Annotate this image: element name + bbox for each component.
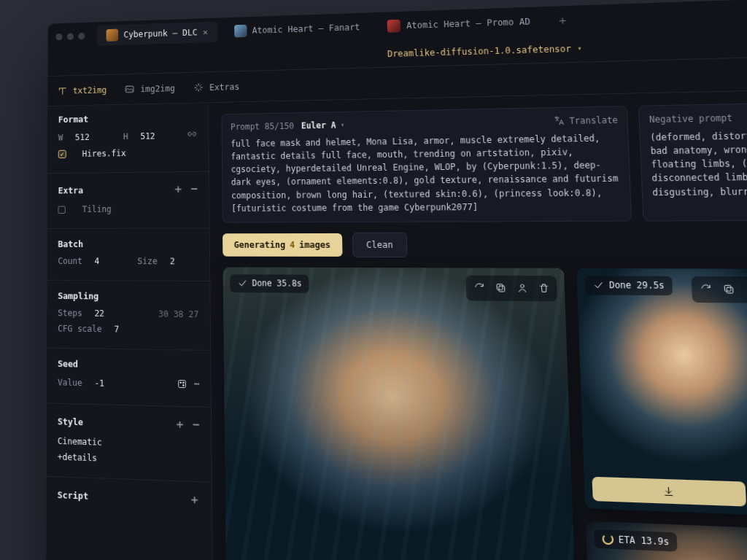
tiling-label: Tiling (82, 204, 112, 214)
count-label: Count (58, 256, 82, 266)
tab-label: Cyberpunk – DLC (123, 28, 197, 39)
svg-point-2 (180, 382, 182, 384)
status-badge: Done 29.5s (584, 276, 673, 295)
panel-script: Script ＋ (58, 487, 201, 508)
negative-prompt-box[interactable]: Negative prompt Translate (deformed, dis… (638, 99, 747, 222)
image-icon (124, 84, 135, 95)
style-item[interactable]: +details (58, 452, 97, 464)
check-icon (592, 279, 605, 291)
tab-avatar-icon (234, 25, 247, 38)
panel-style: Style ＋− Cinematic +details (58, 414, 200, 467)
cfg-value[interactable]: 7 (114, 324, 119, 335)
result-card[interactable]: Done 29.5s (576, 268, 747, 517)
add-icon[interactable]: ＋ (173, 182, 184, 197)
size-value[interactable]: 2 (170, 257, 175, 267)
redo-icon[interactable] (469, 279, 489, 298)
seed-value[interactable]: -1 (94, 378, 104, 389)
sparkle-icon (193, 82, 204, 93)
hires-fix-toggle[interactable]: Hires.fix (58, 147, 198, 159)
clean-button[interactable]: Clean (352, 233, 408, 257)
checkbox-on-icon (58, 150, 66, 158)
add-icon[interactable]: ＋ (174, 417, 186, 432)
model-name: Dreamlike-diffusion-1.0.safetensor (387, 43, 572, 58)
traffic-lights[interactable] (55, 33, 85, 41)
style-item[interactable]: Cinematic (58, 436, 102, 448)
panel-seed: Seed Value -1 ⋯ (58, 358, 199, 392)
status-badge: ETA 13.9s (594, 529, 678, 551)
mode-extras[interactable]: Extras (193, 81, 239, 93)
mode-label: txt2img (73, 85, 107, 95)
mode-txt2img[interactable]: txt2img (57, 85, 107, 97)
svg-point-4 (182, 382, 184, 384)
translate-button[interactable]: Translate (553, 114, 618, 127)
chevron-down-icon: ▾ (340, 121, 344, 129)
prompt-box[interactable]: Prompt 85/150 Euler A ▾ Translate full f… (221, 106, 632, 222)
user-icon[interactable] (740, 279, 747, 300)
chevron-down-icon: ▾ (577, 44, 582, 52)
height-value[interactable]: 512 (140, 131, 155, 141)
close-icon[interactable]: ✕ (203, 27, 208, 36)
panel-extra: Extra ＋− Tiling (58, 182, 198, 214)
svg-rect-5 (498, 286, 504, 292)
more-icon[interactable]: ⋯ (194, 378, 199, 392)
sampler-selector[interactable]: Euler A ▾ (301, 120, 345, 131)
dice-icon[interactable] (177, 378, 187, 392)
model-selector[interactable]: Dreamlike-diffusion-1.0.safetensor ▾ (387, 43, 582, 58)
panel-title: Extra (58, 185, 84, 196)
user-icon[interactable] (511, 279, 532, 298)
tab-atomic-fanart[interactable]: Atomic Heart – Fanart (224, 16, 370, 42)
gen-word-a: Generating (234, 240, 286, 250)
new-tab-button[interactable]: ＋ (549, 12, 577, 28)
link-aspect-icon[interactable] (187, 129, 197, 142)
card-toolbar (465, 275, 557, 301)
panel-title: Batch (58, 238, 83, 249)
sampler-name: Euler A (301, 120, 336, 131)
svg-rect-1 (178, 381, 185, 388)
mode-label: Extras (209, 82, 240, 92)
width-value[interactable]: 512 (75, 133, 90, 143)
action-bar: Generating 4 images Clean Matrix view (222, 231, 747, 258)
steps-label: Steps (58, 308, 82, 319)
steps-presets[interactable]: 30 38 27 (158, 309, 198, 319)
result-card[interactable]: Done 35.8s (223, 267, 577, 560)
tab-cyberpunk-dlc[interactable]: Cyberpunk – DLC ✕ (97, 21, 217, 46)
checkbox-off-icon (58, 206, 66, 214)
tab-label: Atomic Heart – Fanart (252, 22, 360, 35)
download-icon (662, 485, 674, 497)
svg-point-3 (182, 385, 184, 386)
redo-icon[interactable] (694, 279, 716, 300)
translate-icon (553, 115, 565, 126)
tiling-toggle[interactable]: Tiling (58, 203, 198, 214)
neg-prompt-text[interactable]: (deformed, distorted, disfigured:1.3), p… (650, 125, 747, 199)
generated-image (223, 267, 577, 560)
mode-label: img2img (140, 83, 174, 93)
cfg-label: CFG scale (58, 324, 101, 334)
seed-label: Value (58, 378, 82, 388)
add-icon[interactable]: ＋ (189, 492, 201, 508)
svg-rect-8 (727, 287, 733, 293)
mode-img2img[interactable]: img2img (124, 82, 175, 95)
status-badge: Done 35.8s (230, 274, 309, 292)
panel-title: Sampling (58, 290, 98, 301)
generating-status[interactable]: Generating 4 images (222, 233, 342, 257)
panel-format: Format W 512 H 512 Hires.fix (58, 112, 198, 159)
prompt-text[interactable]: full face mask and helmet, Mona Lisa, ar… (231, 131, 622, 214)
text-icon (57, 85, 68, 96)
prompt-counter: Prompt 85/150 (231, 120, 294, 131)
copy-icon[interactable] (717, 279, 739, 300)
trash-icon[interactable] (533, 279, 554, 298)
width-label: W (58, 133, 63, 142)
size-label: Size (137, 256, 157, 266)
copy-icon[interactable] (490, 279, 511, 298)
steps-value[interactable]: 22 (94, 308, 104, 319)
sidebar: Format W 512 H 512 Hires.fix Extra (46, 103, 214, 560)
collapse-icon[interactable]: − (191, 182, 198, 196)
neg-prompt-title: Negative prompt (649, 112, 733, 124)
panel-title: Script (58, 489, 88, 502)
count-value[interactable]: 4 (94, 256, 99, 266)
check-icon (237, 278, 248, 289)
tab-atomic-promo[interactable]: Atomic Heart – Promo AD (377, 10, 541, 37)
collapse-icon[interactable]: − (193, 417, 200, 432)
result-card-loading[interactable]: ETA 13.9s (586, 521, 747, 560)
svg-rect-6 (497, 284, 503, 290)
